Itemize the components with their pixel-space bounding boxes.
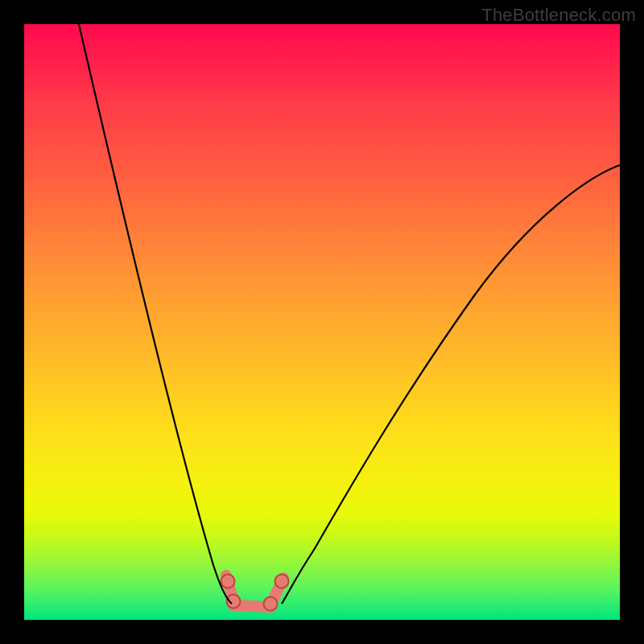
watermark-text: TheBottleneck.com: [481, 5, 636, 26]
bottom-highlight: [221, 575, 289, 611]
curve-left: [79, 24, 232, 604]
curve-overlay: [24, 24, 620, 620]
svg-point-5: [264, 597, 278, 611]
svg-point-6: [275, 575, 289, 588]
curve-right: [282, 165, 620, 604]
svg-point-3: [221, 575, 235, 588]
outer-frame: TheBottleneck.com: [0, 0, 644, 644]
